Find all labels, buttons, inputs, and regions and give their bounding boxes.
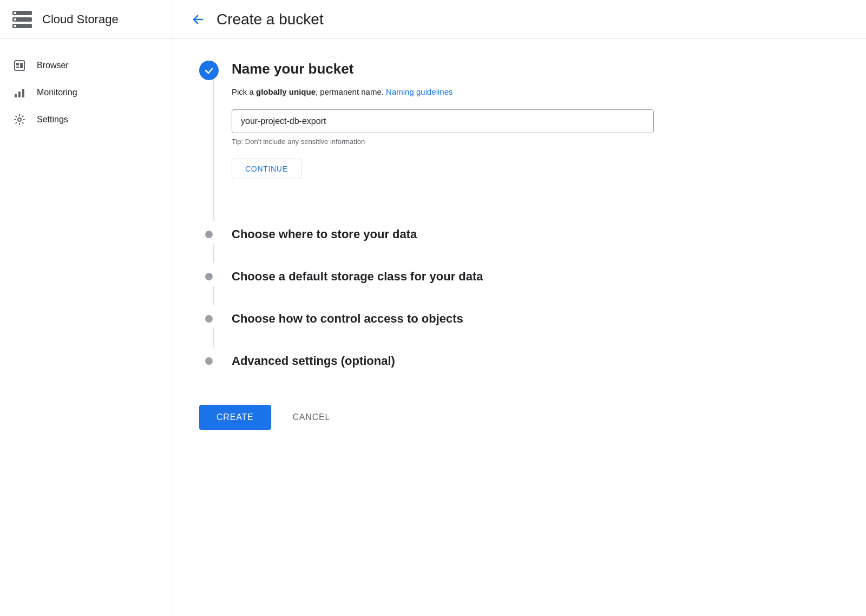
app-title: Cloud Storage [42,12,119,27]
step1-check-icon [199,61,219,80]
sidebar-item-monitoring[interactable]: Monitoring [0,79,173,106]
page-title: Create a bucket [216,11,324,28]
step2-bullet-icon [205,231,213,238]
step5-left [199,352,219,370]
step4-content: Choose how to control access to objects [232,310,840,330]
main-header: Create a bucket [173,11,866,28]
browser-icon [13,60,26,71]
cloud-storage-icon [11,8,34,31]
connector3 [213,286,214,305]
step-name-bucket: Name your bucket Pick a globally unique,… [199,61,840,221]
steps-container: Name your bucket Pick a globally unique,… [199,61,840,372]
sidebar-item-settings[interactable]: Settings [0,106,173,133]
sidebar-item-settings-label: Settings [37,115,68,124]
app-header: Cloud Storage Create a bucket [0,0,866,39]
sidebar-item-monitoring-label: Monitoring [37,88,77,97]
svg-point-13 [18,118,21,121]
bottom-actions: CREATE CANCEL [199,394,840,430]
create-button[interactable]: CREATE [199,405,271,430]
step1-description: Pick a globally unique, permanent name. … [232,86,840,99]
step4-bullet-icon [205,315,213,323]
step1-title: Name your bucket [232,61,840,77]
step2-title: Choose where to store your data [232,227,840,241]
main-content: Name your bucket Pick a globally unique,… [173,39,866,616]
step3-content: Choose a default storage class for your … [232,267,840,288]
step-storage-class: Choose a default storage class for your … [199,267,840,305]
svg-rect-11 [18,91,21,97]
svg-rect-10 [15,94,17,97]
step4-title: Choose how to control access to objects [232,312,840,326]
body: Browser Monitoring Settings [0,39,866,616]
svg-rect-3 [14,12,16,14]
cancel-button[interactable]: CANCEL [280,405,344,430]
svg-rect-12 [22,89,24,97]
back-button[interactable] [191,12,206,27]
settings-icon [13,114,26,126]
sidebar: Browser Monitoring Settings [0,39,173,616]
svg-rect-4 [14,18,16,21]
sidebar-header: Cloud Storage [0,0,173,38]
tip-text: Tip: Don't include any sensitive informa… [232,137,840,146]
svg-rect-8 [16,67,19,68]
step-store-data: Choose where to store your data [199,225,840,263]
naming-guidelines-link[interactable]: Naming guidelines [386,87,452,96]
svg-rect-7 [16,63,19,65]
step1-content: Name your bucket Pick a globally unique,… [232,61,840,184]
step3-left [199,267,219,305]
step-advanced-settings: Advanced settings (optional) [199,352,840,372]
sidebar-item-browser-label: Browser [37,61,69,70]
monitoring-icon [13,87,26,99]
svg-rect-5 [14,25,16,27]
bucket-name-input[interactable] [232,109,654,133]
sidebar-item-browser[interactable]: Browser [0,52,173,79]
connector4 [213,328,214,348]
connector1 [213,80,214,221]
step-access-control: Choose how to control access to objects [199,310,840,348]
step3-title: Choose a default storage class for your … [232,270,840,284]
step2-content: Choose where to store your data [232,225,840,246]
step3-bullet-icon [205,273,213,280]
step5-title: Advanced settings (optional) [232,354,840,368]
step4-left [199,310,219,348]
continue-button[interactable]: CONTINUE [232,159,301,179]
step5-bullet-icon [205,357,213,365]
step5-content: Advanced settings (optional) [232,352,840,372]
connector2 [213,244,214,263]
step2-left [199,225,219,263]
step1-left [199,61,219,221]
svg-rect-9 [20,63,23,68]
svg-rect-6 [15,61,24,70]
